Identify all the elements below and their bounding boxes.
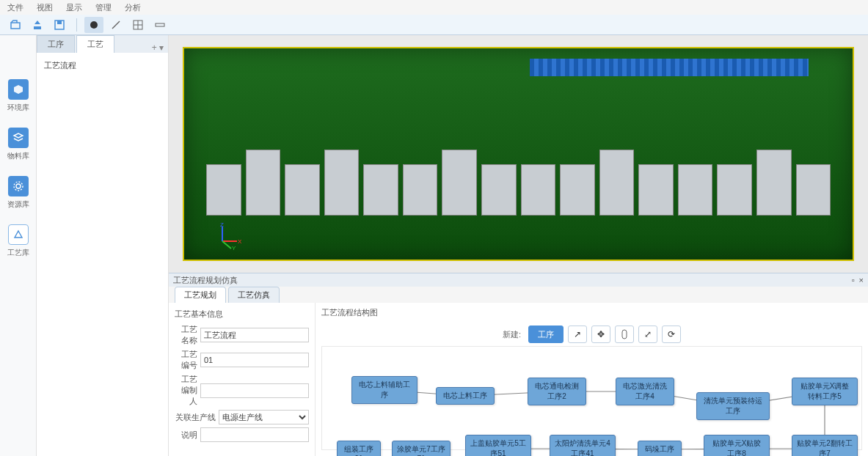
svg-text:X: X (238, 238, 242, 245)
svg-rect-3 (57, 21, 62, 24)
svg-rect-0 (11, 23, 20, 29)
flow-node[interactable]: 清洗单元预装待运工序 (696, 392, 770, 420)
grid-tool-icon[interactable] (128, 17, 147, 33)
3d-viewport[interactable]: X Z Y (169, 35, 868, 273)
rail-item-process[interactable]: 工艺库 (7, 224, 29, 258)
production-line-select[interactable]: 电源生产线 (219, 410, 309, 424)
tab-plan[interactable]: 工艺规划 (175, 287, 226, 303)
flow-node[interactable]: 太阳炉清洗单元4工序41 (550, 435, 616, 456)
refresh-tool-icon[interactable]: ⟳ (662, 326, 681, 343)
upload-icon[interactable] (28, 17, 47, 33)
flow-title: 工艺流程结构图 (316, 303, 868, 323)
flowchart-canvas[interactable]: 电芯上料辅助工序电芯上料工序电芯通电检测工序2电芯激光清洗工序4清洗单元预装待运… (321, 346, 862, 450)
flow-node[interactable]: 贴胶单元2翻转工序7 (792, 435, 858, 456)
process-editor-input[interactable] (200, 383, 309, 398)
menu-bar: 文件 视图 显示 管理 分析 (0, 0, 868, 15)
left-rail: 环境库 物料库 资源库 工艺库 (0, 35, 37, 456)
flow-node[interactable]: 组装工序91 (337, 441, 381, 456)
flow-node[interactable]: 码垛工序 (638, 441, 682, 456)
bottom-panel: 工艺流程规划仿真 ▫ × 工艺规划 工艺仿真 工艺基本信息 工艺名称 (169, 273, 868, 456)
flow-node[interactable]: 上盖贴胶单元5工序51 (465, 435, 531, 456)
rail-item-resource[interactable]: 资源库 (7, 176, 29, 210)
flow-node[interactable]: 电芯通电检测工序2 (528, 378, 586, 405)
menu-item[interactable]: 视图 (37, 2, 53, 13)
svg-line-5 (112, 21, 120, 29)
form-section-label: 工艺基本信息 (175, 309, 309, 320)
form-panel: 工艺基本信息 工艺名称 工艺编号 工艺编制人 关联生产线 (169, 303, 316, 456)
flow-node[interactable]: 贴胶单元X调整转料工序5 (792, 378, 858, 405)
toolbar (0, 15, 868, 35)
flow-node[interactable]: 电芯上料辅助工序 (351, 376, 417, 404)
tree-root-item[interactable]: 工艺流程 (44, 60, 161, 71)
tab-process[interactable]: 工艺 (76, 35, 114, 53)
circle-tool-icon[interactable] (84, 17, 103, 33)
menu-item[interactable]: 文件 (7, 2, 23, 13)
line-tool-icon[interactable] (106, 17, 125, 33)
svg-point-10 (16, 184, 21, 188)
move-tool-icon[interactable]: ✥ (591, 326, 610, 343)
process-code-input[interactable] (200, 353, 309, 367)
fit-tool-icon[interactable]: ⤢ (638, 326, 657, 343)
flow-node[interactable]: 贴胶单元X贴胶工序8 (704, 435, 770, 456)
panel-title: 工艺流程规划仿真 (173, 275, 238, 286)
svg-point-4 (90, 21, 98, 29)
flow-node[interactable]: 电芯激光清洗工序4 (616, 378, 674, 405)
tab-sim[interactable]: 工艺仿真 (228, 287, 280, 303)
svg-rect-18 (622, 330, 627, 339)
layers-icon (8, 128, 29, 148)
scroll-tool-icon[interactable] (615, 326, 634, 343)
cube-icon (8, 79, 29, 100)
arrow-tool-icon[interactable]: ↗ (568, 326, 587, 343)
flow-node[interactable]: 电芯上料工序 (436, 387, 495, 405)
panel-close-icon[interactable]: × (859, 276, 864, 284)
panel-pin-icon[interactable]: ▫ (852, 276, 855, 284)
flow-node[interactable]: 涂胶单元7工序71 (392, 441, 451, 456)
triangle-icon (8, 224, 29, 245)
tree-add-icon[interactable]: + ▾ (147, 43, 168, 53)
svg-line-14 (222, 241, 231, 249)
menu-item[interactable]: 分析 (125, 2, 141, 13)
menu-item[interactable]: 显示 (66, 2, 82, 13)
flow-toolbar: 新建: 工序 ↗ ✥ ⤢ ⟳ (316, 323, 868, 346)
measure-tool-icon[interactable] (150, 17, 169, 33)
svg-text:Z: Z (220, 221, 224, 228)
tab-process-step[interactable]: 工序 (37, 35, 75, 53)
gear-icon (8, 176, 29, 196)
svg-rect-1 (34, 26, 41, 29)
tree-panel: 工序 工艺 + ▾ 工艺流程 (37, 35, 169, 456)
menu-item[interactable]: 管理 (95, 2, 112, 13)
process-desc-input[interactable] (200, 427, 309, 442)
axis-gizmo-icon: X Z Y (214, 221, 243, 252)
new-step-button[interactable]: 工序 (528, 326, 564, 343)
open-icon[interactable] (6, 17, 25, 33)
svg-text:Y: Y (232, 245, 236, 250)
rail-item-env[interactable]: 环境库 (7, 79, 29, 113)
process-name-input[interactable] (200, 328, 309, 342)
svg-point-11 (14, 182, 23, 191)
svg-rect-9 (156, 23, 164, 26)
rail-item-material[interactable]: 物料库 (7, 128, 29, 161)
save-icon[interactable] (50, 17, 69, 33)
